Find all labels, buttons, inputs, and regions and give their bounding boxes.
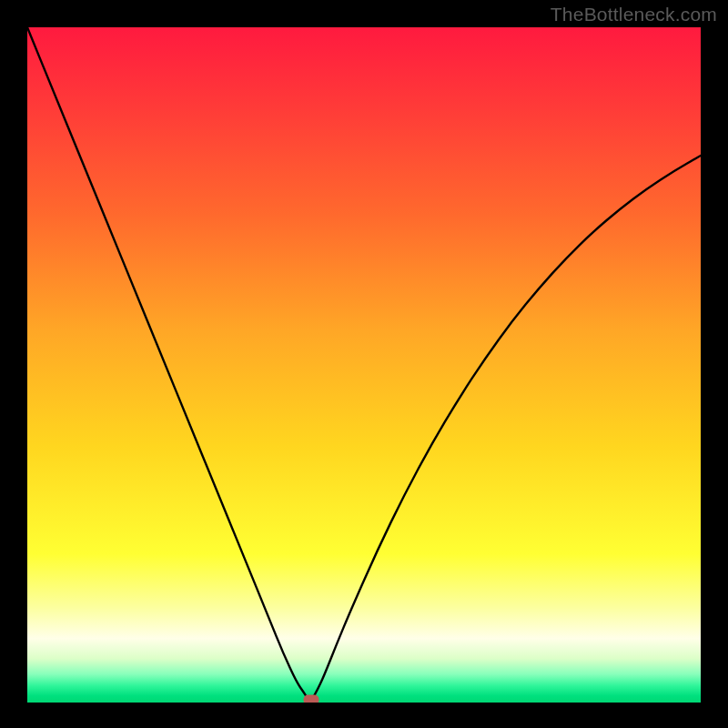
- chart-frame: TheBottleneck.com: [0, 0, 728, 728]
- watermark-label: TheBottleneck.com: [551, 4, 717, 25]
- plot-area: [27, 27, 701, 703]
- background-gradient: [27, 27, 701, 703]
- plot-svg: [27, 27, 701, 703]
- minimum-marker: [304, 695, 319, 703]
